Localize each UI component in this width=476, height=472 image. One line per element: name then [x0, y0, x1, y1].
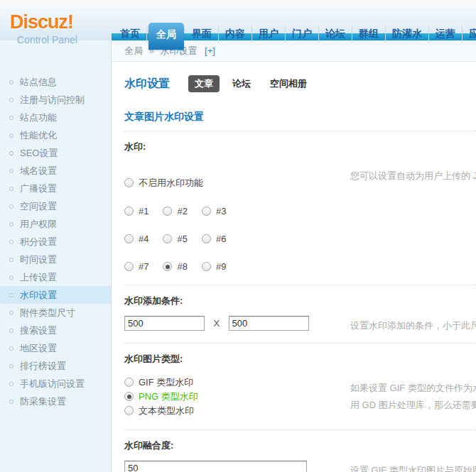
tab-article[interactable]: 文章 [188, 75, 220, 92]
nav-item-portal[interactable]: 门户 [286, 26, 319, 43]
nav-item-forum[interactable]: 论坛 [319, 26, 352, 43]
bullet-icon [9, 187, 13, 191]
position-2-label: #2 [177, 206, 187, 216]
radio-disable-watermark[interactable] [124, 178, 134, 187]
blend-help-text: 设置 GIF 类型水印图片与原始图片 [350, 462, 476, 472]
watermark-disable-row: 您可以设置自动为用户上传的 JPG 不启用水印功能 [124, 176, 476, 190]
watermark-width-input[interactable] [124, 316, 205, 331]
radio-type-png[interactable] [124, 392, 134, 401]
nav-item-groups[interactable]: 群组 [352, 26, 386, 43]
sidebar-item-performance[interactable]: 性能优化 [0, 126, 111, 144]
bullet-icon [9, 275, 13, 280]
radio-position-6[interactable] [202, 234, 211, 243]
bullet-icon [9, 311, 13, 315]
sidebar-item-credits[interactable]: 积分设置 [0, 233, 111, 251]
position-4-label: #4 [139, 234, 148, 244]
radio-position-5[interactable] [163, 234, 172, 243]
sidebar-item-label: 水印设置 [20, 290, 57, 300]
nav-item-global[interactable]: 全局 [148, 23, 184, 50]
sidebar-item-mobile-access[interactable]: 手机版访问设置 [0, 375, 111, 393]
condition-help-text: 设置水印添加的条件，小于此尺寸 [350, 317, 476, 334]
position-6-label: #6 [216, 234, 226, 244]
condition-label: 水印添加条件: [124, 295, 476, 307]
sidebar-item-user-permissions[interactable]: 用户权限 [0, 215, 111, 233]
tab-space-album[interactable]: 空间相册 [264, 75, 313, 92]
sidebar-item-label: 性能优化 [20, 130, 57, 141]
sidebar-item-seo[interactable]: SEO设置 [0, 144, 111, 162]
sidebar-item-time[interactable]: 时间设置 [0, 251, 111, 268]
nav-item-users[interactable]: 用户 [252, 26, 286, 43]
sidebar-item-search[interactable]: 搜索设置 [0, 322, 111, 339]
sidebar-item-label: 手机版访问设置 [20, 378, 85, 389]
sidebar-item-domain[interactable]: 域名设置 [0, 162, 111, 180]
logo-subtitle: Control Panel [17, 34, 77, 45]
position-row-2: #4 #5 #6 [124, 232, 476, 245]
bullet-icon [9, 222, 13, 226]
nav-item-apps[interactable]: 应用 [463, 26, 476, 43]
bullet-icon [9, 116, 13, 120]
blend-label: 水印融合度: [124, 439, 476, 452]
type-help-line-1: 如果设置 GIF 类型的文件作为水印 [350, 380, 476, 397]
position-row-1: #1 #2 #3 [124, 204, 476, 217]
radio-type-text[interactable] [124, 406, 134, 415]
bullet-icon [9, 80, 13, 84]
dimension-separator: X [213, 318, 220, 329]
blend-value-input[interactable] [124, 461, 307, 472]
page-title: 水印设置 [124, 77, 170, 92]
position-5-label: #5 [177, 234, 187, 244]
sidebar-item-label: 地区设置 [20, 343, 57, 353]
radio-position-1[interactable] [124, 207, 134, 216]
nav-item-home[interactable]: 首页 [114, 26, 147, 43]
watermark-height-input[interactable] [229, 316, 309, 331]
sidebar-item-attachment-size[interactable]: 附件类型尺寸 [0, 304, 111, 322]
bullet-icon [9, 382, 13, 386]
sidebar-item-label: 注册与访问控制 [20, 94, 85, 105]
nav-item-antispam[interactable]: 防灌水 [386, 26, 429, 43]
sidebar-item-label: 防采集设置 [20, 396, 66, 407]
nav-item-interface[interactable]: 界面 [185, 26, 219, 43]
position-7-label: #7 [139, 261, 148, 272]
sidebar-item-label: 积分设置 [20, 236, 57, 247]
main-content: 水印设置 文章 论坛 空间相册 文章图片水印设置 水印: 您可以设置自动为用户上… [112, 62, 476, 472]
sidebar-item-region[interactable]: 地区设置 [0, 339, 111, 357]
position-9-label: #9 [216, 261, 226, 272]
discuz-logo: Discuz! [10, 11, 73, 33]
type-options: 如果设置 GIF 类型的文件作为水印 用 GD 图片处理库，那么还需要 GIF … [124, 375, 476, 417]
sidebar-item-label: 站点功能 [20, 112, 57, 123]
tab-forum[interactable]: 论坛 [226, 75, 257, 92]
sidebar-item-space[interactable]: 空间设置 [0, 197, 111, 215]
sidebar-item-site-features[interactable]: 站点功能 [0, 109, 111, 126]
sidebar-item-broadcast[interactable]: 广播设置 [0, 180, 111, 197]
nav-item-operation[interactable]: 运营 [429, 26, 463, 43]
main-nav: 首页 全局 界面 内容 用户 门户 论坛 群组 防灌水 运营 应用 工具 站长 [114, 11, 476, 46]
radio-type-gif[interactable] [124, 378, 134, 387]
radio-position-4[interactable] [124, 234, 134, 243]
breadcrumb-expand-button[interactable]: [+] [205, 45, 215, 56]
radio-position-3[interactable] [202, 207, 211, 216]
bullet-icon [9, 364, 13, 368]
sidebar-item-label: SEO设置 [20, 148, 58, 158]
sidebar-item-site-info[interactable]: 站点信息 [0, 73, 111, 91]
sidebar-item-watermark[interactable]: 水印设置 [0, 286, 111, 304]
sidebar: 站点信息 注册与访问控制 站点功能 性能优化 SEO设置 域名设置 广播设置 空… [0, 40, 112, 472]
blend-input-row: 设置 GIF 类型水印图片与原始图片 [124, 461, 476, 472]
radio-position-7[interactable] [124, 262, 134, 271]
sidebar-item-anti-scraping[interactable]: 防采集设置 [0, 393, 111, 410]
bullet-icon [9, 400, 13, 404]
type-gif-label: GIF 类型水印 [139, 377, 193, 388]
sidebar-item-ranking[interactable]: 排行榜设置 [0, 357, 111, 375]
sidebar-item-label: 广播设置 [20, 183, 57, 194]
discuz-control-panel: 首页 全局 界面 内容 用户 门户 论坛 群组 防灌水 运营 应用 工具 站长 … [0, 0, 476, 472]
title-row: 水印设置 文章 论坛 空间相册 [124, 75, 476, 92]
radio-position-9[interactable] [202, 262, 211, 271]
condition-inputs-row: 设置水印添加的条件，小于此尺寸 X [124, 316, 476, 331]
nav-item-content[interactable]: 内容 [219, 26, 252, 43]
radio-position-2[interactable] [163, 207, 172, 216]
divider [124, 429, 476, 430]
bullet-icon [9, 258, 13, 262]
sidebar-item-upload[interactable]: 上传设置 [0, 268, 111, 286]
breadcrumb-root[interactable]: 全局 [124, 45, 143, 56]
sidebar-item-register-access[interactable]: 注册与访问控制 [0, 91, 111, 109]
position-8-label: #8 [177, 261, 187, 272]
radio-position-8[interactable] [163, 262, 172, 271]
